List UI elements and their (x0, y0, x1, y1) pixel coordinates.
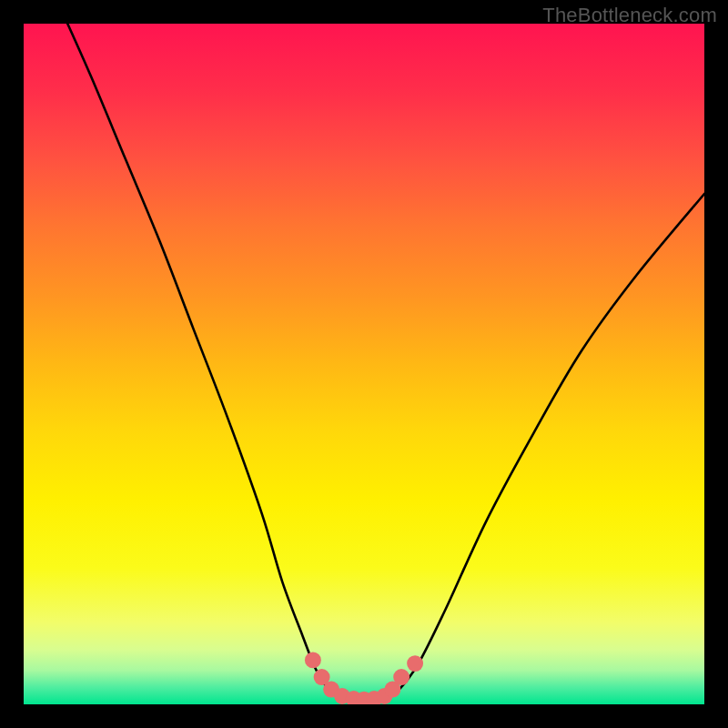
highlight-point (393, 669, 410, 685)
curve-layer (24, 24, 704, 704)
plot-area (24, 24, 704, 704)
watermark-text: TheBottleneck.com (542, 4, 717, 27)
highlight-point (407, 655, 423, 672)
highlight-point (305, 652, 321, 668)
highlight-markers (305, 652, 423, 704)
chart-frame: TheBottleneck.com (0, 0, 728, 728)
bottleneck-curve (65, 24, 704, 702)
